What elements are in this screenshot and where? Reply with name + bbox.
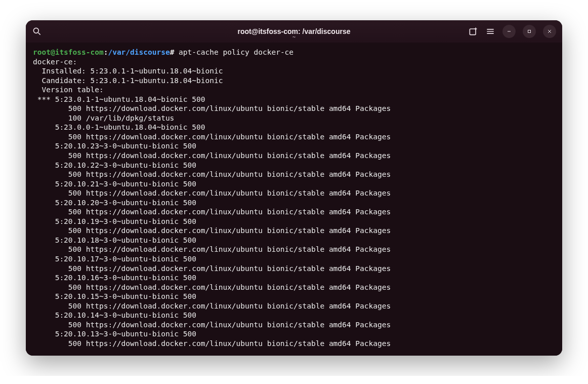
command-text: apt-cache policy docker-ce <box>179 48 293 56</box>
version-line: 5:20.10.23~3-0~ubuntu-bionic 500 <box>33 141 555 151</box>
svg-rect-9 <box>528 30 531 33</box>
version-source-line: 500 https://download.docker.com/linux/ub… <box>33 320 555 330</box>
version-line: 5:20.10.13~3-0~ubuntu-bionic 500 <box>33 329 555 339</box>
version-source-line: 500 https://download.docker.com/linux/ub… <box>33 226 555 236</box>
version-source-line: 500 https://download.docker.com/linux/ub… <box>33 207 555 217</box>
output-line: 100 /var/lib/dpkg/status <box>33 113 555 123</box>
svg-line-1 <box>38 33 40 35</box>
version-line: 5:20.10.19~3-0~ubuntu-bionic 500 <box>33 217 555 226</box>
close-button[interactable] <box>543 25 556 38</box>
version-line: 5:20.10.21~3-0~ubuntu-bionic 500 <box>33 179 555 189</box>
output-line: docker-ce: <box>33 57 555 67</box>
hamburger-menu-icon[interactable] <box>485 26 495 36</box>
prompt-user-host: root@itsfoss-com <box>33 48 104 56</box>
svg-point-0 <box>33 28 38 33</box>
search-icon[interactable] <box>32 26 42 36</box>
version-source-line: 500 https://download.docker.com/linux/ub… <box>33 301 555 311</box>
version-source-line: 500 https://download.docker.com/linux/ub… <box>33 132 555 142</box>
prompt-path: /var/discourse <box>108 48 170 56</box>
version-line: 5:20.10.22~3-0~ubuntu-bionic 500 <box>33 161 555 170</box>
minimize-button[interactable] <box>502 25 516 38</box>
maximize-button[interactable] <box>523 25 536 38</box>
terminal-window: root@itsfoss-com: /var/discourse ~ root@… <box>26 20 562 356</box>
version-source-line: 500 https://download.docker.com/linux/ub… <box>33 339 555 349</box>
output-line: 500 https://download.docker.com/linux/ub… <box>33 104 555 113</box>
output-line: Candidate: 5:23.0.1-1~ubuntu.18.04~bioni… <box>33 76 555 86</box>
new-tab-icon[interactable] <box>468 26 478 36</box>
version-source-line: 500 https://download.docker.com/linux/ub… <box>33 283 555 292</box>
version-source-line: 500 https://download.docker.com/linux/ub… <box>33 188 555 198</box>
output-line: Installed: 5:23.0.1-1~ubuntu.18.04~bioni… <box>33 66 555 76</box>
version-source-line: 500 https://download.docker.com/linux/ub… <box>33 245 555 254</box>
version-line: 5:20.10.18~3-0~ubuntu-bionic 500 <box>33 236 555 245</box>
output-line: Version table: <box>33 85 555 95</box>
version-line: 5:20.10.16~3-0~ubuntu-bionic 500 <box>33 273 555 283</box>
terminal-output-area[interactable]: root@itsfoss-com:/var/discourse# apt-cac… <box>26 43 562 356</box>
version-source-line: 500 https://download.docker.com/linux/ub… <box>33 170 555 179</box>
svg-rect-2 <box>470 29 476 35</box>
version-line: 5:20.10.15~3-0~ubuntu-bionic 500 <box>33 292 555 301</box>
version-source-line: 500 https://download.docker.com/linux/ub… <box>33 264 555 274</box>
titlebar[interactable]: root@itsfoss-com: /var/discourse ~ <box>26 20 562 43</box>
version-line: 5:20.10.14~3-0~ubuntu-bionic 500 <box>33 311 555 320</box>
version-line: 5:20.10.20~3-0~ubuntu-bionic 500 <box>33 198 555 208</box>
version-source-line: 500 https://download.docker.com/linux/ub… <box>33 151 555 161</box>
output-line: *** 5:23.0.1-1~ubuntu.18.04~bionic 500 <box>33 95 555 104</box>
version-line: 5:20.10.17~3-0~ubuntu-bionic 500 <box>33 254 555 264</box>
prompt-line: root@itsfoss-com:/var/discourse# apt-cac… <box>33 48 555 57</box>
version-line: 5:23.0.0-1~ubuntu.18.04~bionic 500 <box>33 123 555 132</box>
